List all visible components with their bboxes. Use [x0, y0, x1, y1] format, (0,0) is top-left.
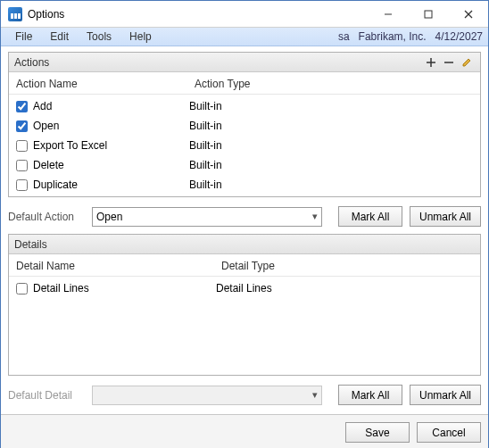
row-type: Built-in	[189, 139, 473, 152]
row-name: Delete	[33, 159, 64, 171]
actions-panel-header: Actions	[9, 53, 480, 72]
app-icon	[8, 7, 22, 21]
save-button[interactable]: Save	[345, 422, 410, 443]
edit-action-button[interactable]	[459, 54, 475, 71]
details-mark-all-button[interactable]: Mark All	[338, 385, 402, 405]
details-grid-header: Detail Name Detail Type	[9, 254, 480, 277]
actions-controls: Default Action Open ▾ Mark All Unmark Al…	[8, 203, 481, 228]
table-row[interactable]: AddBuilt-in	[9, 96, 480, 116]
minus-icon	[443, 57, 454, 68]
actions-col-type: Action Type	[195, 78, 473, 90]
table-row[interactable]: DuplicateBuilt-in	[9, 175, 480, 195]
default-detail-label: Default Detail	[8, 389, 85, 402]
row-name: Open	[33, 120, 59, 132]
row-name: Add	[33, 100, 52, 112]
default-action-combo[interactable]: Open ▾	[92, 207, 322, 227]
actions-col-name: Action Name	[16, 78, 195, 90]
details-panel-header: Details	[9, 235, 480, 254]
table-row[interactable]: Export To ExcelBuilt-in	[9, 136, 480, 155]
status-user: sa	[338, 30, 350, 43]
row-type: Built-in	[189, 178, 473, 191]
menu-tools[interactable]: Tools	[78, 28, 120, 46]
actions-mark-all-label: Mark All	[352, 211, 390, 223]
row-type: Built-in	[189, 120, 473, 132]
close-button[interactable]	[448, 1, 488, 27]
row-checkbox[interactable]	[16, 120, 28, 132]
details-unmark-all-label: Unmark All	[419, 389, 471, 402]
row-checkbox[interactable]	[16, 283, 28, 295]
pencil-icon	[461, 57, 472, 68]
default-action-label: Default Action	[8, 211, 85, 223]
table-row[interactable]: OpenBuilt-in	[9, 116, 480, 136]
actions-mark-all-button[interactable]: Mark All	[338, 206, 402, 227]
footer: Save Cancel	[1, 414, 488, 448]
row-checkbox[interactable]	[16, 101, 28, 112]
details-panel-title: Details	[14, 238, 47, 251]
details-col-type: Detail Type	[221, 260, 473, 272]
actions-unmark-all-button[interactable]: Unmark All	[410, 206, 481, 227]
add-action-button[interactable]	[423, 54, 439, 71]
row-checkbox[interactable]	[16, 140, 28, 152]
details-unmark-all-button[interactable]: Unmark All	[410, 385, 481, 405]
titlebar: Options	[1, 1, 488, 28]
menu-file[interactable]: File	[6, 28, 41, 46]
row-checkbox[interactable]	[16, 160, 28, 171]
status-company: Fabrikam, Inc.	[359, 30, 427, 43]
menu-edit[interactable]: Edit	[41, 28, 78, 46]
remove-action-button[interactable]	[441, 54, 457, 71]
maximize-button[interactable]	[408, 1, 448, 27]
row-name: Export To Excel	[33, 139, 107, 152]
chevron-down-icon: ▾	[312, 389, 318, 401]
details-mark-all-label: Mark All	[352, 389, 390, 402]
actions-panel: Actions Action Name Action Type AddBuilt…	[8, 52, 481, 197]
details-grid-body: Detail LinesDetail Lines	[9, 277, 480, 375]
cancel-label: Cancel	[432, 427, 465, 439]
row-type: Detail Lines	[216, 282, 473, 295]
details-panel: Details Detail Name Detail Type Detail L…	[8, 234, 481, 376]
details-col-name: Detail Name	[16, 260, 221, 272]
actions-grid-body: AddBuilt-inOpenBuilt-inExport To ExcelBu…	[9, 95, 480, 196]
row-checkbox[interactable]	[16, 179, 28, 191]
options-window: Options File Edit Tools Help sa Fabrikam…	[0, 0, 489, 448]
row-type: Built-in	[189, 100, 473, 112]
default-action-value: Open	[96, 211, 122, 223]
status-date: 4/12/2027	[435, 30, 483, 43]
default-detail-combo: ▾	[92, 386, 322, 405]
actions-unmark-all-label: Unmark All	[419, 211, 471, 223]
table-row[interactable]: DeleteBuilt-in	[9, 155, 480, 175]
menu-help[interactable]: Help	[120, 28, 161, 46]
row-name: Detail Lines	[33, 282, 89, 295]
table-row[interactable]: Detail LinesDetail Lines	[9, 278, 480, 298]
plus-icon	[426, 57, 436, 68]
actions-grid-header: Action Name Action Type	[9, 72, 480, 95]
menubar: File Edit Tools Help sa Fabrikam, Inc. 4…	[1, 28, 488, 46]
chevron-down-icon: ▾	[312, 211, 318, 222]
actions-panel-title: Actions	[14, 56, 49, 69]
row-name: Duplicate	[33, 178, 78, 191]
minimize-icon	[384, 10, 393, 19]
save-label: Save	[365, 427, 389, 439]
minimize-button[interactable]	[368, 1, 408, 27]
close-icon	[464, 10, 473, 19]
cancel-button[interactable]: Cancel	[417, 422, 481, 443]
details-controls: Default Detail ▾ Mark All Unmark All	[8, 381, 481, 407]
svg-rect-1	[425, 11, 432, 18]
row-type: Built-in	[189, 159, 473, 171]
window-title: Options	[28, 8, 64, 21]
maximize-icon	[424, 10, 433, 19]
